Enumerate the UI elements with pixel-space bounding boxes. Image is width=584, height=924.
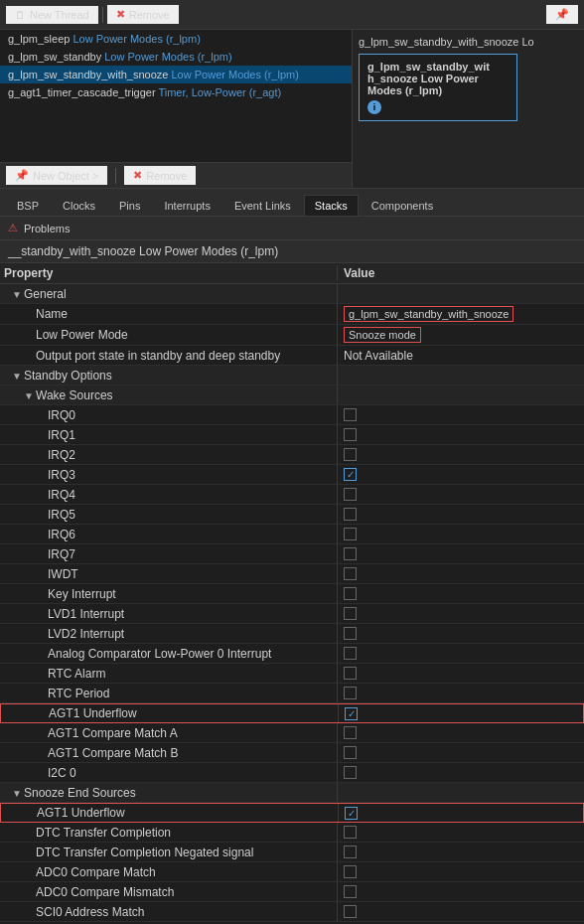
wake-sources-arrow[interactable]: ▼ bbox=[24, 390, 34, 400]
prop-val-dtc-negated[interactable] bbox=[338, 843, 584, 861]
prop-row-agt1-cmb: AGT1 Compare Match B bbox=[0, 743, 584, 763]
prop-row-output-port: Output port state in standby and deep st… bbox=[0, 346, 584, 366]
prop-val-irq2[interactable] bbox=[338, 445, 584, 464]
prop-row-irq3: IRQ3 ✓ bbox=[0, 465, 584, 485]
prop-val-lvd1[interactable] bbox=[338, 604, 584, 623]
general-collapse-arrow[interactable]: ▼ bbox=[12, 289, 22, 299]
lpm-value[interactable]: Snooze mode bbox=[344, 327, 421, 343]
prop-key-i2c0: I2C 0 bbox=[0, 763, 338, 782]
prop-val-iwdt[interactable] bbox=[338, 564, 584, 583]
snooze-end-arrow[interactable]: ▼ bbox=[12, 788, 22, 798]
cb-irq6[interactable] bbox=[344, 528, 357, 540]
tab-event-links[interactable]: Event Links bbox=[223, 195, 302, 216]
prop-key-irq4: IRQ4 bbox=[0, 485, 338, 504]
new-object-label: New Object > bbox=[33, 170, 98, 182]
prop-val-irq0[interactable] bbox=[338, 405, 584, 424]
prop-val-agt1-underflow-snooze[interactable]: ✓ bbox=[339, 804, 583, 822]
prop-val-i2c0[interactable] bbox=[338, 763, 584, 782]
cb-adc0-mismatch[interactable] bbox=[344, 885, 357, 898]
cb-key-interrupt[interactable] bbox=[344, 587, 357, 600]
prop-key-agt1-cmb: AGT1 Compare Match B bbox=[0, 743, 338, 762]
problems-label: Problems bbox=[24, 223, 70, 234]
tab-interrupts[interactable]: Interrupts bbox=[153, 195, 220, 216]
remove-object-button[interactable]: ✖ Remove bbox=[124, 166, 196, 185]
prop-val-irq3[interactable]: ✓ bbox=[338, 465, 584, 484]
prop-val-dtc-complete[interactable] bbox=[338, 823, 584, 842]
prop-val-lvd2[interactable] bbox=[338, 624, 584, 643]
prop-row-sci0-addr: SCI0 Address Match bbox=[0, 902, 584, 922]
prop-val-agt1-underflow-wake[interactable]: ✓ bbox=[339, 704, 583, 722]
prop-val-lpm[interactable]: Snooze mode bbox=[338, 325, 584, 345]
thread-item-standby-snooze[interactable]: g_lpm_sw_standby_with_snooze Low Power M… bbox=[0, 66, 352, 83]
name-value[interactable]: g_lpm_sw_standby_with_snooze bbox=[344, 306, 513, 322]
prop-key-irq3: IRQ3 bbox=[0, 465, 338, 484]
tab-clocks[interactable]: Clocks bbox=[52, 195, 106, 216]
prop-val-sci0-addr[interactable] bbox=[338, 902, 584, 921]
cb-lvd2[interactable] bbox=[344, 627, 357, 640]
prop-key-irq2: IRQ2 bbox=[0, 445, 338, 464]
cb-dtc-complete[interactable] bbox=[344, 826, 357, 839]
prop-row-rtc-alarm: RTC Alarm bbox=[0, 664, 584, 684]
cb-analog-comp[interactable] bbox=[344, 647, 357, 660]
prop-val-output-port: Not Available bbox=[338, 346, 584, 365]
prop-val-key-interrupt[interactable] bbox=[338, 584, 584, 603]
prop-val-agt1-cma[interactable] bbox=[338, 723, 584, 742]
cb-rtc-alarm[interactable] bbox=[344, 667, 357, 680]
standby-options-arrow[interactable]: ▼ bbox=[12, 371, 22, 381]
tab-stacks[interactable]: Stacks bbox=[304, 195, 359, 216]
prop-val-name[interactable]: g_lpm_sw_standby_with_snooze bbox=[338, 304, 584, 324]
cb-agt1-underflow-snooze[interactable]: ✓ bbox=[345, 807, 358, 820]
new-object-button[interactable]: 📌 New Object > bbox=[6, 166, 107, 185]
cb-lvd1[interactable] bbox=[344, 607, 357, 620]
prop-val-agt1-cmb[interactable] bbox=[338, 743, 584, 762]
section-general: ▼ General bbox=[0, 284, 584, 304]
wake-sources-key: ▼ Wake Sources bbox=[0, 385, 338, 404]
new-thread-button[interactable]: 🗒 New Thread bbox=[6, 6, 98, 24]
cb-adc0-match[interactable] bbox=[344, 865, 357, 878]
cb-irq1[interactable] bbox=[344, 428, 357, 441]
prop-val-adc0-mismatch[interactable] bbox=[338, 882, 584, 901]
top-toolbar: 🗒 New Thread ✖ Remove 📌 bbox=[0, 0, 584, 30]
prop-val-irq6[interactable] bbox=[338, 525, 584, 543]
prop-val-analog-comp[interactable] bbox=[338, 644, 584, 663]
prop-key-irq5: IRQ5 bbox=[0, 505, 338, 524]
prop-key-output-port: Output port state in standby and deep st… bbox=[0, 346, 338, 365]
tab-components[interactable]: Components bbox=[361, 195, 444, 216]
prop-val-rtc-alarm[interactable] bbox=[338, 664, 584, 683]
cb-agt1-cmb[interactable] bbox=[344, 746, 357, 759]
cb-i2c0[interactable] bbox=[344, 766, 357, 779]
cb-iwdt[interactable] bbox=[344, 567, 357, 580]
prop-val-irq5[interactable] bbox=[338, 505, 584, 524]
component-info-icon[interactable]: i bbox=[367, 100, 381, 114]
prop-val-irq1[interactable] bbox=[338, 425, 584, 444]
prop-val-irq4[interactable] bbox=[338, 485, 584, 504]
prop-row-irq0: IRQ0 bbox=[0, 405, 584, 425]
prop-val-irq7[interactable] bbox=[338, 544, 584, 563]
prop-row-analog-comp: Analog Comparator Low-Power 0 Interrupt bbox=[0, 644, 584, 664]
thread-item-agt-timer[interactable]: g_agt1_timer_cascade_trigger Timer, Low-… bbox=[0, 83, 352, 101]
cb-irq0[interactable] bbox=[344, 408, 357, 421]
cb-irq3[interactable]: ✓ bbox=[344, 468, 357, 481]
prop-row-irq2: IRQ2 bbox=[0, 445, 584, 465]
general-section-key: ▼ General bbox=[0, 284, 338, 303]
prop-val-adc0-match[interactable] bbox=[338, 862, 584, 881]
tab-bsp[interactable]: BSP bbox=[6, 195, 50, 216]
cb-agt1-cma[interactable] bbox=[344, 726, 357, 739]
properties-header: __standby_with_snooze Low Power Modes (r… bbox=[0, 240, 584, 263]
cb-agt1-underflow-wake[interactable]: ✓ bbox=[345, 707, 358, 720]
main-split: g_lpm_sleep Low Power Modes (r_lpm) g_lp… bbox=[0, 30, 584, 189]
pin-button[interactable]: 📌 bbox=[546, 5, 578, 24]
thread-item-sleep[interactable]: g_lpm_sleep Low Power Modes (r_lpm) bbox=[0, 30, 352, 48]
thread-item-standby[interactable]: g_lpm_sw_standby Low Power Modes (r_lpm) bbox=[0, 48, 352, 66]
remove-thread-button[interactable]: ✖ Remove bbox=[107, 5, 179, 24]
cb-dtc-negated[interactable] bbox=[344, 846, 357, 858]
component-panel-title: g_lpm_sw_standby_with_snooze Lo bbox=[359, 36, 578, 48]
cb-irq7[interactable] bbox=[344, 547, 357, 560]
cb-irq4[interactable] bbox=[344, 488, 357, 501]
cb-irq5[interactable] bbox=[344, 508, 357, 521]
cb-sci0-addr[interactable] bbox=[344, 905, 357, 918]
cb-irq2[interactable] bbox=[344, 448, 357, 461]
prop-val-rtc-period[interactable] bbox=[338, 684, 584, 702]
tab-pins[interactable]: Pins bbox=[108, 195, 151, 216]
cb-rtc-period[interactable] bbox=[344, 687, 357, 699]
